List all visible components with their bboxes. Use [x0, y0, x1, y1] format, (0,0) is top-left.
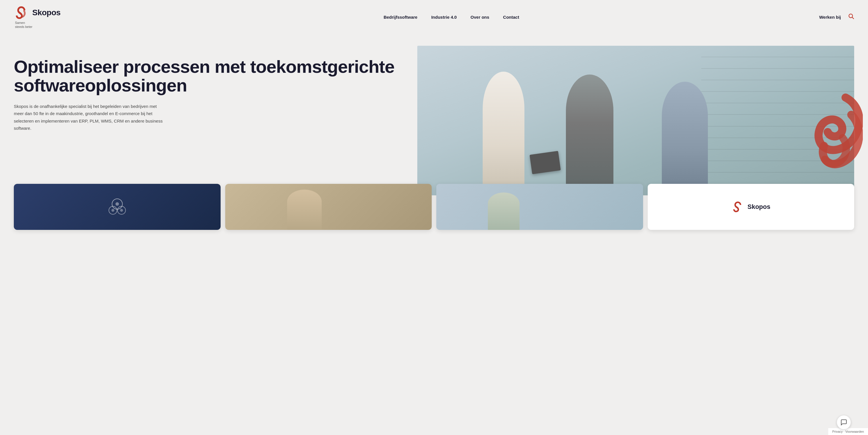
privacy-bar: Privacy · Voorwaarden	[828, 428, 868, 435]
card-presentation	[14, 184, 221, 230]
svg-line-1	[852, 17, 854, 19]
circles-diagram-icon	[106, 195, 129, 219]
blind-line	[701, 103, 854, 103]
main-nav: Bedrijfssoftware Industrie 4.0 Over ons …	[84, 15, 819, 20]
header-right: Werken bij	[819, 13, 854, 21]
blind-line	[701, 114, 854, 115]
header: Skopos Samen steeds beter Bedrijfssoftwa…	[0, 0, 868, 34]
window-blinds	[701, 46, 854, 195]
privacy-text: Privacy · Voorwaarden	[832, 430, 864, 433]
hero-photo	[417, 46, 854, 195]
blind-line	[701, 161, 854, 161]
skopos-card-logo-icon	[732, 201, 744, 213]
hero-image-area	[417, 46, 854, 195]
skopos-card-logo-text: Skopos	[748, 203, 770, 210]
blind-line	[701, 137, 854, 138]
hero-section: Optimaliseer processen met toekomstgeric…	[0, 34, 868, 207]
svg-point-7	[120, 209, 123, 212]
nav-industrie[interactable]: Industrie 4.0	[431, 15, 457, 20]
card-office	[436, 184, 643, 230]
werken-bij-link[interactable]: Werken bij	[819, 15, 841, 20]
skopos-logo-icon	[14, 5, 29, 20]
blind-line	[701, 91, 854, 92]
nav-bedrijfssoftware[interactable]: Bedrijfssoftware	[383, 15, 417, 20]
person-3	[662, 82, 708, 195]
logo-area: Skopos Samen steeds beter	[14, 5, 60, 29]
logo-name: Skopos	[32, 8, 60, 17]
blind-line	[701, 68, 854, 69]
search-icon	[848, 13, 854, 19]
card-skopos-logo: Skopos	[648, 184, 855, 230]
blind-line	[701, 172, 854, 173]
blind-line	[701, 126, 854, 127]
hero-title: Optimaliseer processen met toekomstgeric…	[14, 57, 406, 95]
office-person	[488, 193, 520, 230]
laptop-prop	[530, 151, 561, 174]
chat-icon	[840, 419, 847, 426]
nav-over-ons[interactable]: Over ons	[471, 15, 489, 20]
office-bg	[436, 184, 643, 230]
hero-left: Optimaliseer processen met toekomstgeric…	[14, 46, 417, 132]
blind-line	[701, 57, 854, 57]
nav-contact[interactable]: Contact	[503, 15, 519, 20]
blind-line	[701, 80, 854, 80]
svg-point-6	[112, 209, 114, 212]
person-2	[566, 74, 613, 195]
card-meeting	[225, 184, 432, 230]
logo-tagline: Samen steeds beter	[15, 21, 33, 29]
search-button[interactable]	[848, 13, 854, 21]
cards-row: Skopos	[0, 184, 868, 230]
chat-button[interactable]	[837, 415, 851, 429]
blind-line	[701, 149, 854, 149]
meeting-person-shape	[287, 190, 322, 230]
svg-point-5	[116, 202, 119, 206]
hero-description: Skopos is de onafhankelijke specialist b…	[14, 103, 163, 132]
person-1	[483, 72, 524, 195]
